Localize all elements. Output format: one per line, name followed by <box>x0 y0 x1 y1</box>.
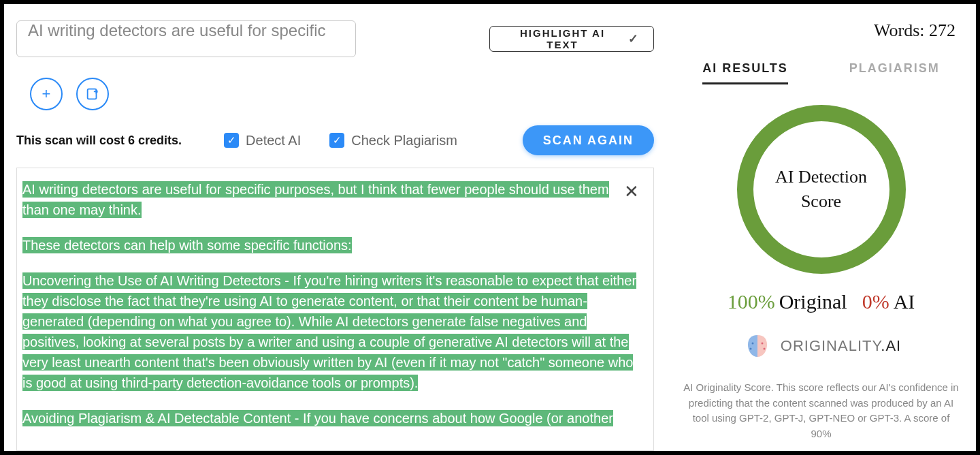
highlight-ai-text-button[interactable]: HIGHLIGHT AI TEXT ✓ <box>489 26 654 52</box>
tab-ai-results[interactable]: AI RESULTS <box>702 61 788 84</box>
plus-icon: + <box>42 85 51 103</box>
detect-ai-checkbox[interactable]: ✓ <box>224 133 239 148</box>
score-percentages: 100%Original 0%AI <box>728 290 915 313</box>
originality-ai-logo: ORIGINALITY.AI <box>741 332 901 360</box>
content-textarea[interactable]: AI writing detectors are useful for spec… <box>16 168 654 451</box>
svg-point-4 <box>763 348 765 350</box>
word-count: Words: 272 <box>874 20 956 41</box>
results-pane: AI RESULTS PLAGIARISM AI Detection Score… <box>666 4 976 451</box>
close-icon[interactable]: ✕ <box>624 181 639 202</box>
add-button[interactable]: + <box>30 78 63 110</box>
export-icon <box>85 87 100 101</box>
brain-icon <box>741 332 774 360</box>
svg-rect-0 <box>88 89 97 99</box>
detect-ai-label: Detect AI <box>246 133 301 148</box>
title-input[interactable]: AI writing detectors are useful for spec… <box>16 20 356 57</box>
check-plagiarism-label: Check Plagiarism <box>351 133 457 148</box>
svg-point-3 <box>761 343 763 345</box>
svg-point-1 <box>751 343 753 345</box>
credit-cost-text: This scan will cost 6 credits. <box>16 134 182 148</box>
check-plagiarism-checkbox[interactable]: ✓ <box>329 133 344 148</box>
score-description: AI Originality Score. This score reflect… <box>679 380 964 441</box>
scan-again-button[interactable]: SCAN AGAIN <box>523 125 654 155</box>
left-pane: AI writing detectors are useful for spec… <box>4 4 666 451</box>
export-button[interactable] <box>76 78 109 110</box>
tab-plagiarism[interactable]: PLAGIARISM <box>849 61 940 84</box>
check-icon: ✓ <box>628 31 640 46</box>
svg-point-2 <box>749 348 751 350</box>
ai-detection-score-ring: AI Detection Score <box>737 105 906 274</box>
